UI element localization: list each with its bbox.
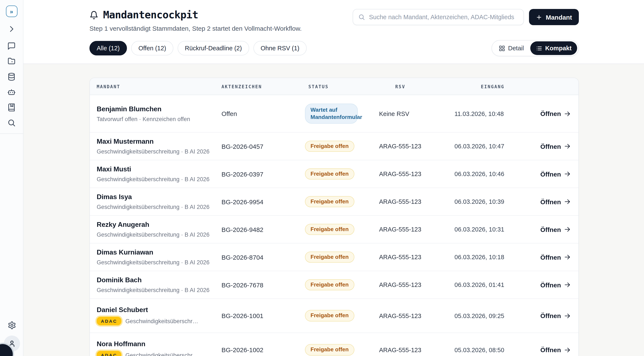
open-link[interactable]: Öffnen xyxy=(535,312,571,319)
aktenzeichen-cell: Offen xyxy=(222,110,305,117)
open-link[interactable]: Öffnen xyxy=(535,198,571,205)
table-row[interactable]: Nora HoffmannADACGeschwindigkeitsübersch… xyxy=(90,333,578,356)
status-cell: Freigabe offen xyxy=(305,279,379,290)
open-link[interactable]: Öffnen xyxy=(535,170,571,178)
open-link[interactable]: Öffnen xyxy=(535,346,571,353)
mandant-name: Rezky Anugerah xyxy=(97,221,222,228)
table-header-row: MANDANTAKTENZEICHENSTATUSRSVEINGANG xyxy=(90,78,578,95)
mandant-cell: Benjamin BlumchenTatvorwurf offen · Kenn… xyxy=(97,105,222,122)
table-row[interactable]: Maxi MustermannGeschwindigkeitsüberschre… xyxy=(90,133,578,160)
aktenzeichen-cell: BG-2026-8704 xyxy=(222,253,305,261)
sidebar-expand-button[interactable]: » xyxy=(6,6,17,17)
mandant-subtitle: Geschwindigkeitsüberschreitung · B AI 20… xyxy=(97,231,210,238)
settings-gear-icon[interactable] xyxy=(7,321,16,330)
mandant-name: Dimas Kurniawan xyxy=(97,249,222,256)
content-area: MANDANTAKTENZEICHENSTATUSRSVEINGANG Benj… xyxy=(24,64,644,356)
page-title: Mandantencockpit xyxy=(90,9,302,21)
folder-open-icon[interactable] xyxy=(7,57,16,66)
add-mandant-button[interactable]: Mandant xyxy=(529,9,579,25)
status-cell: Freigabe offen xyxy=(305,224,379,235)
open-link[interactable]: Öffnen xyxy=(535,281,571,288)
open-link-label: Öffnen xyxy=(540,312,561,319)
status-cell: Freigabe offen xyxy=(305,310,379,321)
search-icon xyxy=(358,14,365,21)
main-content: Mandantencockpit Step 1 vervollständigt … xyxy=(24,0,644,356)
sidebar: » xyxy=(0,0,24,356)
mandant-cell: Maxi MustermannGeschwindigkeitsüberschre… xyxy=(97,138,222,155)
open-link-label: Öffnen xyxy=(540,170,561,178)
mandant-subtitle: Geschwindigkeitsüberschreitung · B AI 20… xyxy=(97,176,210,182)
table-row[interactable]: Dimas KurniawanGeschwindigkeitsüberschre… xyxy=(90,243,578,271)
open-link[interactable]: Öffnen xyxy=(535,226,571,233)
mandant-name: Benjamin Blumchen xyxy=(97,105,222,113)
chat-icon[interactable] xyxy=(7,41,16,51)
table-row[interactable]: Dimas IsyaGeschwindigkeitsüberschreitung… xyxy=(90,188,578,216)
table-row[interactable]: Benjamin BlumchenTatvorwurf offen · Kenn… xyxy=(90,95,578,133)
chevron-right-icon[interactable] xyxy=(7,24,16,34)
arrow-right-icon xyxy=(564,281,571,288)
mandant-name: Dimas Isya xyxy=(97,193,222,201)
open-link-label: Öffnen xyxy=(540,253,561,261)
database-icon[interactable] xyxy=(7,72,16,82)
filter-chip-1[interactable]: Offen (12) xyxy=(131,41,173,56)
table-row[interactable]: Daniel SchubertADACGeschwindigkeitsübers… xyxy=(90,299,578,333)
status-badge: Freigabe offen xyxy=(305,168,354,180)
mandanten-table-card: MANDANTAKTENZEICHENSTATUSRSVEINGANG Benj… xyxy=(90,78,579,356)
adac-badge: ADAC xyxy=(97,316,122,325)
book-icon[interactable] xyxy=(7,103,16,112)
table-row[interactable]: Dominik BachGeschwindigkeitsüberschreitu… xyxy=(90,271,578,299)
status-cell: Freigabe offen xyxy=(305,168,379,180)
rsv-cell: ARAG-555-123 xyxy=(379,254,454,260)
open-link[interactable]: Öffnen xyxy=(535,143,571,150)
header-actions: Mandant xyxy=(353,9,579,25)
list-icon xyxy=(536,45,542,51)
rsv-cell: ARAG-555-123 xyxy=(379,143,454,150)
search-input[interactable] xyxy=(369,14,518,21)
arrow-right-icon xyxy=(564,346,571,353)
rsv-cell: ARAG-555-123 xyxy=(379,312,454,319)
filter-chip-0[interactable]: Alle (12) xyxy=(90,41,127,56)
mandant-subline: Geschwindigkeitsüberschreitung · B AI 20… xyxy=(97,287,222,293)
filter-chip-3[interactable]: Ohne RSV (1) xyxy=(254,41,307,56)
search-icon[interactable] xyxy=(7,118,16,128)
grid-icon xyxy=(499,45,505,51)
view-toggle-detail[interactable]: Detail xyxy=(493,41,530,55)
arrow-right-icon xyxy=(564,198,571,205)
status-badge: Wartet auf Mandantenformular xyxy=(305,103,358,124)
global-search xyxy=(353,9,524,25)
eingang-cell: 06.03.2026, 10:46 xyxy=(454,171,535,177)
status-cell: Freigabe offen xyxy=(305,344,379,355)
status-cell: Freigabe offen xyxy=(305,251,379,263)
open-link[interactable]: Öffnen xyxy=(535,110,571,117)
view-toggle-kompakt[interactable]: Kompakt xyxy=(530,41,577,55)
mandant-cell: Dimas IsyaGeschwindigkeitsüberschreitung… xyxy=(97,193,222,210)
aktenzeichen-cell: BG-2026-0457 xyxy=(222,143,305,150)
mandant-subtitle: Geschwindigkeitsüberschreitung · B AI 20… xyxy=(97,287,210,293)
eingang-cell: 11.03.2026, 10:48 xyxy=(454,110,535,117)
sidebar-divider xyxy=(0,133,23,134)
page-subtitle: Step 1 vervollständigt Stammdaten, Step … xyxy=(90,25,302,32)
open-link-label: Öffnen xyxy=(540,198,561,205)
page-title-text: Mandantencockpit xyxy=(103,9,198,21)
column-header-eingang: EINGANG xyxy=(454,84,535,89)
mandant-name: Nora Hoffmann xyxy=(97,340,222,348)
adac-badge: ADAC xyxy=(97,351,122,356)
column-header-mandant: MANDANT xyxy=(97,84,222,89)
rsv-cell: ARAG-555-123 xyxy=(379,346,454,353)
arrow-right-icon xyxy=(564,226,571,233)
filter-chip-2[interactable]: Rückruf-Deadline (2) xyxy=(178,41,249,56)
bell-icon xyxy=(90,11,98,20)
status-badge: Freigabe offen xyxy=(305,224,354,235)
mandant-subline: Geschwindigkeitsüberschreitung · B AI 20… xyxy=(97,231,222,238)
arrow-right-icon xyxy=(564,312,571,319)
table-row[interactable]: Rezky AnugerahGeschwindigkeitsüberschrei… xyxy=(90,216,578,243)
mandant-name: Maxi Musti xyxy=(97,165,222,173)
open-link[interactable]: Öffnen xyxy=(535,253,571,261)
status-cell: Freigabe offen xyxy=(305,196,379,207)
open-link-label: Öffnen xyxy=(540,110,561,117)
mandant-cell: Nora HoffmannADACGeschwindigkeitsübersch… xyxy=(97,340,222,356)
table-row[interactable]: Maxi MustiGeschwindigkeitsüberschreitung… xyxy=(90,160,578,188)
bot-icon[interactable] xyxy=(7,87,16,97)
mandant-subtitle: Geschwindigkeitsüberschreitung · B AI 20… xyxy=(126,352,200,356)
eingang-cell: 05.03.2026, 08:50 xyxy=(454,346,535,353)
